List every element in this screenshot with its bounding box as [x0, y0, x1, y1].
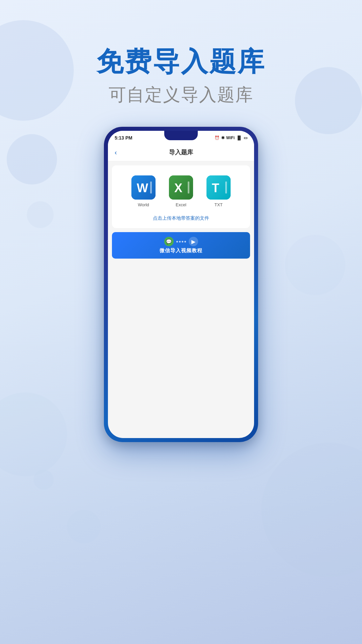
excel-icon: X — [169, 175, 193, 200]
upload-hint[interactable]: 点击上传本地带答案的文件 — [119, 215, 243, 221]
main-title: 免费导入题库 — [0, 47, 362, 76]
svg-rect-5 — [188, 181, 189, 194]
bg-decoration-4 — [261, 443, 362, 577]
dot-1 — [176, 241, 178, 243]
wechat-logo-icon: 💬 — [164, 237, 174, 246]
phone-mockup: 5:13 PM ⏰ ✱ WiFi ▐▌ ▭ ‹ 导入题库 — [0, 127, 362, 442]
svg-text:T: T — [212, 181, 219, 195]
word-icon-svg: W — [131, 175, 156, 200]
sub-title: 可自定义导入题库 — [0, 83, 362, 107]
wechat-button[interactable]: 💬 ▶ 微信导入视频教程 — [112, 232, 250, 259]
dot-3 — [182, 241, 183, 243]
dot-2 — [179, 241, 181, 243]
content-area: W World — [112, 165, 250, 228]
status-icons: ⏰ ✱ WiFi ▐▌ ▭ — [215, 136, 247, 140]
bg-decoration-9 — [67, 510, 101, 543]
wechat-button-label: 微信导入视频教程 — [160, 248, 202, 254]
bg-decoration-8 — [34, 470, 54, 490]
battery-icon: ▭ — [244, 136, 247, 140]
excel-label: Excel — [176, 202, 186, 207]
txt-icon: T — [206, 175, 231, 200]
app-title-label: 导入题库 — [169, 148, 193, 156]
svg-rect-2 — [150, 181, 152, 194]
txt-label: TXT — [215, 202, 223, 207]
alarm-icon: ⏰ — [215, 136, 220, 140]
wifi-icon: WiFi — [226, 136, 235, 140]
back-button[interactable]: ‹ — [115, 149, 117, 156]
txt-icon-svg: T — [206, 175, 231, 200]
bluetooth-icon: ✱ — [221, 136, 225, 140]
file-type-excel[interactable]: X Excel — [169, 175, 193, 207]
svg-text:X: X — [174, 181, 182, 195]
svg-text:W: W — [137, 181, 148, 195]
excel-icon-svg: X — [169, 175, 193, 200]
phone-frame: 5:13 PM ⏰ ✱ WiFi ▐▌ ▭ ‹ 导入题库 — [104, 127, 258, 442]
status-time: 5:13 PM — [115, 135, 132, 141]
word-label: World — [138, 202, 149, 207]
signal-icon: ▐▌ — [236, 136, 242, 140]
wechat-icons-row: 💬 ▶ — [164, 237, 198, 246]
dot-4 — [184, 241, 186, 243]
wechat-dots — [176, 241, 186, 243]
word-icon: W — [131, 175, 156, 200]
file-type-word[interactable]: W World — [131, 175, 156, 207]
file-types-row: W World — [119, 175, 243, 207]
svg-rect-8 — [225, 181, 227, 194]
phone-screen: 5:13 PM ⏰ ✱ WiFi ▐▌ ▭ ‹ 导入题库 — [108, 131, 254, 438]
header-section: 免费导入题库 可自定义导入题库 — [0, 0, 362, 107]
arrow-right-icon: ▶ — [189, 237, 198, 246]
file-type-txt[interactable]: T TXT — [206, 175, 231, 207]
app-header: ‹ 导入题库 — [108, 144, 254, 161]
phone-notch — [164, 131, 198, 140]
